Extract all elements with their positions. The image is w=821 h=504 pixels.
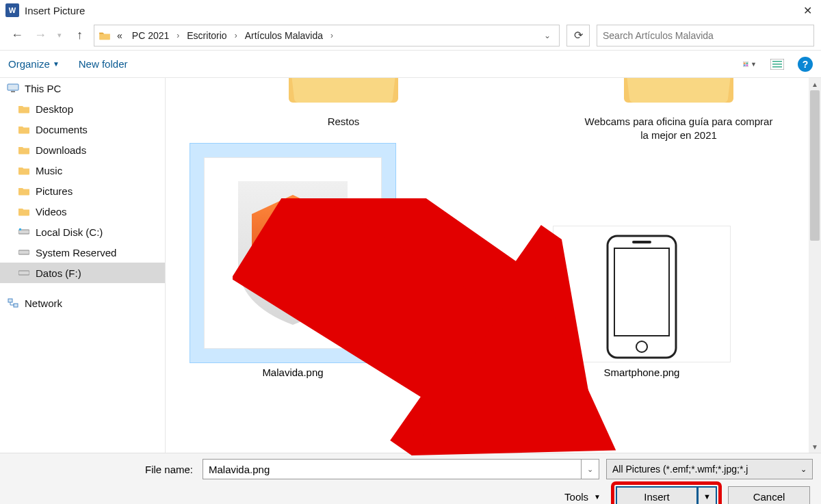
- folder-icon: [18, 185, 30, 196]
- folder-icon: [282, 78, 405, 109]
- sidebar-item-local-disk-c[interactable]: Local Disk (C:): [0, 222, 165, 242]
- chevron-right-icon[interactable]: ›: [233, 31, 239, 40]
- network-label: Network: [25, 297, 62, 309]
- sidebar-item-downloads[interactable]: Downloads: [0, 140, 165, 160]
- file-tile-malavida[interactable]: Malavida.png: [183, 144, 402, 378]
- address-bar[interactable]: « PC 2021 › Escritorio › Artículos Malav…: [94, 25, 560, 47]
- svg-rect-25: [632, 241, 651, 243]
- view-details-button[interactable]: [770, 59, 784, 70]
- new-folder-label: New folder: [79, 58, 128, 70]
- disk-icon: [18, 267, 30, 278]
- filter-label: All Pictures (*.emf;*.wmf;*.jpg;*.j: [612, 464, 748, 475]
- this-pc-node[interactable]: This PC: [0, 78, 165, 98]
- svg-rect-8: [772, 66, 782, 68]
- tools-label: Tools: [564, 491, 588, 503]
- navigation-pane[interactable]: This PC Desktop Documents Downloads Musi…: [0, 78, 166, 453]
- svg-rect-23: [614, 248, 669, 336]
- folder-icon: [617, 78, 740, 109]
- file-list-pane[interactable]: Restos Webcams para oficina guía para co…: [166, 78, 821, 453]
- folder-icon: [18, 165, 30, 176]
- refresh-button[interactable]: ⟳: [566, 25, 590, 47]
- svg-rect-12: [19, 228, 21, 230]
- up-button[interactable]: ↑: [73, 28, 87, 42]
- file-thumbnail: [539, 226, 744, 362]
- svg-rect-13: [18, 250, 29, 254]
- chevron-down-icon: ⌄: [800, 465, 807, 474]
- folder-icon: [18, 103, 30, 114]
- sidebar-item-datos-f[interactable]: Datos (F:): [0, 263, 165, 283]
- file-thumbnail: [190, 144, 395, 362]
- chevron-down-icon: ▼: [53, 60, 60, 68]
- file-type-filter[interactable]: All Pictures (*.emf;*.wmf;*.jpg;*.j ⌄: [606, 459, 813, 479]
- help-button[interactable]: ?: [798, 57, 813, 72]
- sidebar-item-documents[interactable]: Documents: [0, 119, 165, 140]
- insert-button-highlight: Insert ▼: [614, 485, 718, 504]
- sidebar-label: Datos (F:): [36, 267, 81, 279]
- folder-label: Webcams para oficina guía para comprar l…: [583, 115, 774, 142]
- sidebar-label: Music: [36, 165, 62, 176]
- svg-rect-3: [744, 64, 746, 66]
- folder-icon: [18, 124, 30, 135]
- folder-label: Restos: [255, 115, 432, 129]
- svg-rect-15: [8, 299, 12, 302]
- network-icon: [7, 297, 19, 308]
- svg-rect-14: [18, 271, 29, 275]
- sidebar-label: Documents: [36, 124, 88, 135]
- sidebar-label: System Reserved: [36, 247, 116, 258]
- sidebar-label: Pictures: [36, 185, 73, 197]
- sidebar-item-videos[interactable]: Videos: [0, 201, 165, 222]
- svg-rect-9: [8, 84, 18, 90]
- sidebar-item-system-reserved[interactable]: System Reserved: [0, 242, 165, 263]
- breadcrumb-item[interactable]: Escritorio: [183, 28, 230, 43]
- insert-button[interactable]: Insert: [616, 486, 698, 504]
- filename-input[interactable]: [203, 459, 582, 479]
- file-tile-smartphone[interactable]: Smartphone.png: [532, 226, 751, 378]
- breadcrumb-item[interactable]: PC 2021: [129, 28, 172, 43]
- svg-rect-2: [746, 62, 748, 64]
- vertical-scrollbar[interactable]: ▲ ▼: [809, 78, 821, 453]
- back-button[interactable]: ←: [11, 28, 23, 42]
- sidebar-item-music[interactable]: Music: [0, 160, 165, 181]
- file-label: Malavida.png: [183, 367, 402, 378]
- folder-icon: [18, 144, 30, 155]
- folder-icon: [18, 206, 30, 217]
- dialog-title: Insert Picture: [25, 5, 794, 16]
- sidebar-item-pictures[interactable]: Pictures: [0, 181, 165, 201]
- filename-dropdown[interactable]: ⌄: [582, 459, 599, 479]
- cancel-button[interactable]: Cancel: [728, 486, 810, 504]
- chevron-down-icon: ▼: [751, 61, 757, 68]
- new-folder-button[interactable]: New folder: [79, 58, 128, 70]
- insert-label: Insert: [644, 491, 670, 503]
- scroll-up-button[interactable]: ▲: [809, 78, 821, 90]
- breadcrumb-prefix[interactable]: «: [114, 28, 126, 43]
- chevron-right-icon[interactable]: ›: [329, 31, 335, 40]
- forward-button[interactable]: →: [34, 28, 47, 42]
- network-node[interactable]: Network: [0, 293, 165, 313]
- insert-split-button[interactable]: ▼: [698, 486, 717, 504]
- sidebar-label: Videos: [36, 206, 67, 217]
- tools-button[interactable]: Tools ▼: [560, 491, 605, 503]
- disk-icon: [18, 226, 30, 237]
- svg-rect-6: [772, 61, 782, 62]
- close-button[interactable]: ✕: [794, 4, 821, 17]
- svg-rect-7: [772, 64, 782, 65]
- scroll-down-button[interactable]: ▼: [809, 440, 821, 453]
- search-input[interactable]: [597, 25, 814, 47]
- chevron-right-icon[interactable]: ›: [175, 31, 181, 40]
- filename-label: File name:: [8, 464, 196, 475]
- sidebar-item-desktop[interactable]: Desktop: [0, 98, 165, 119]
- organize-button[interactable]: Organize ▼: [8, 58, 60, 70]
- this-pc-icon: [7, 83, 19, 94]
- breadcrumb-item[interactable]: Artículos Malavida: [242, 28, 326, 43]
- sidebar-label: Desktop: [36, 103, 73, 115]
- recent-dropdown[interactable]: ▾: [57, 31, 62, 40]
- chevron-down-icon: ▼: [594, 493, 601, 501]
- sidebar-label: Local Disk (C:): [36, 226, 103, 238]
- scroll-thumb[interactable]: [810, 90, 820, 241]
- address-dropdown[interactable]: ⌄: [540, 31, 555, 40]
- view-thumbnails-button[interactable]: ▼: [743, 59, 757, 70]
- svg-rect-1: [744, 62, 746, 64]
- word-app-icon: W: [5, 3, 19, 17]
- svg-rect-10: [11, 91, 15, 92]
- this-pc-label: This PC: [25, 83, 61, 94]
